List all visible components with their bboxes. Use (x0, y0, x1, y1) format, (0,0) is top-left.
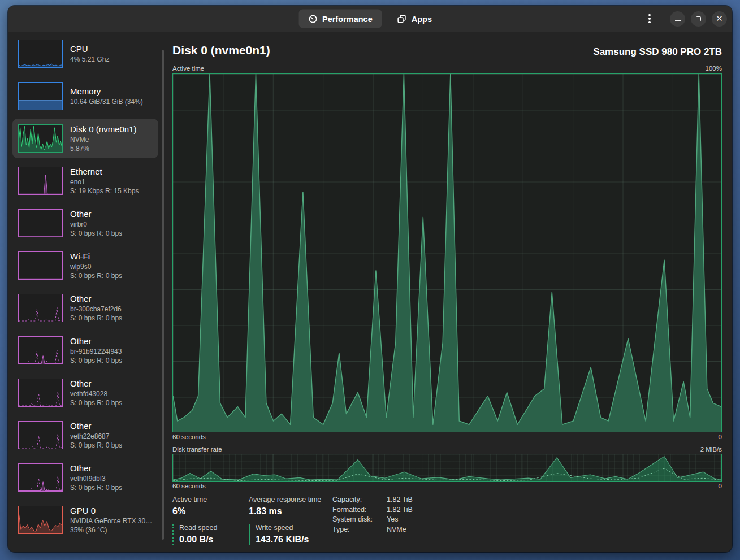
wifi-mini-chart (18, 251, 63, 280)
write-speed-card: Write speed 143.76 KiB/s (249, 524, 321, 545)
active-time-stat-label: Active time (172, 496, 217, 504)
other-virbr0-mini-chart (18, 209, 63, 237)
read-speed-value: 0.00 B/s (179, 534, 217, 545)
memory-mini-chart (18, 82, 63, 110)
disk-model-label: Samsung SSD 980 PRO 2TB (593, 46, 722, 58)
close-button[interactable]: ✕ (712, 11, 727, 27)
sidebar: CPU4% 5.21 GhzMemory10.64 GiB/31 GiB (34… (8, 32, 165, 552)
sidebar-item-text: Otherbr-300cba7ef2d6S: 0 bps R: 0 bps (70, 293, 122, 323)
sidebar-item-title: CPU (70, 44, 109, 55)
sidebar-item-ethernet[interactable]: Etherneteno1S: 19 Kbps R: 15 Kbps (12, 161, 158, 201)
other-br-300cba7ef2d6-mini-chart (18, 294, 63, 322)
active-time-chart (172, 73, 722, 432)
sidebar-item-subtitle: veth22e8687 (70, 432, 122, 441)
detail-label: Formatted: (332, 506, 378, 514)
sidebar-item-subtitle: 4% 5.21 Ghz (70, 55, 109, 64)
sidebar-item-other-veth0f9dbf3[interactable]: Otherveth0f9dbf3S: 0 bps R: 0 bps (12, 458, 158, 497)
sidebar-item-text: Wi-Fiwlp9s0S: 0 bps R: 0 bps (70, 251, 122, 281)
page-title: Disk 0 (nvme0n1) (172, 44, 270, 57)
sidebar-item-text: Otherveth22e8687S: 0 bps R: 0 bps (70, 420, 122, 450)
sidebar-item-subtitle: S: 0 bps R: 0 bps (70, 441, 122, 450)
active-time-chart-label: Active time (172, 65, 204, 72)
avg-response-label: Average response time (249, 496, 321, 504)
sidebar-item-title: Wi-Fi (70, 251, 122, 262)
sidebar-item-title: Memory (70, 86, 143, 97)
other-veth0f9dbf3-mini-chart (18, 463, 63, 492)
detail-value: NVMe (387, 526, 413, 533)
sidebar-item-memory[interactable]: Memory10.64 GiB/31 GiB (34%) (12, 76, 158, 116)
read-speed-card: Read speed 0.00 B/s (172, 524, 217, 545)
transfer-rate-x-right: 0 (719, 483, 722, 489)
transfer-rate-max-label: 2 MiB/s (700, 446, 722, 453)
tab-apps[interactable]: Apps (388, 10, 442, 28)
sidebar-item-title: Other (70, 378, 122, 389)
sidebar-scrollbar[interactable] (162, 50, 164, 540)
sidebar-item-subtitle: eno1 (70, 177, 139, 187)
detail-label: Type: (332, 526, 378, 533)
detail-value: 1.82 TiB (387, 496, 413, 503)
main-panel: Disk 0 (nvme0n1) Samsung SSD 980 PRO 2TB… (165, 32, 732, 552)
sidebar-item-other-veth22e8687[interactable]: Otherveth22e8687S: 0 bps R: 0 bps (12, 415, 158, 455)
transfer-rate-chart-label: Disk transfer rate (172, 446, 222, 453)
sidebar-item-subtitle: S: 0 bps R: 0 bps (70, 229, 122, 238)
sidebar-item-subtitle: br-300cba7ef2d6 (70, 305, 122, 314)
titlebar: Performance Apps ✕ (8, 6, 732, 32)
sidebar-item-subtitle: 35% (36 °C) (70, 526, 152, 535)
sidebar-item-subtitle: NVMe (70, 135, 137, 145)
apps-icon (397, 14, 406, 23)
minimize-button[interactable] (670, 11, 685, 27)
sidebar-item-subtitle: br-91b91224f943 (70, 347, 122, 357)
sidebar-item-title: Disk 0 (nvme0n1) (70, 124, 137, 135)
sidebar-item-text: Othervirbr0S: 0 bps R: 0 bps (70, 209, 122, 238)
sidebar-item-disk0[interactable]: Disk 0 (nvme0n1)NVMe5.87% (12, 119, 158, 158)
sidebar-item-wifi[interactable]: Wi-Fiwlp9s0S: 0 bps R: 0 bps (12, 246, 158, 285)
sidebar-item-text: GPU 0NVIDIA GeForce RTX 30…35% (36 °C) (70, 505, 152, 535)
sidebar-item-subtitle: S: 0 bps R: 0 bps (70, 356, 122, 366)
sidebar-item-other-br-91b91224f943[interactable]: Otherbr-91b91224f943S: 0 bps R: 0 bps (12, 331, 158, 370)
sidebar-item-text: Etherneteno1S: 19 Kbps R: 15 Kbps (70, 166, 139, 196)
stats-panel: Active time 6% Read speed 0.00 B/s Avera… (172, 496, 722, 549)
sidebar-item-subtitle: virbr0 (70, 220, 122, 229)
sidebar-item-text: Disk 0 (nvme0n1)NVMe5.87% (70, 124, 137, 154)
sidebar-item-subtitle: wlp9s0 (70, 262, 122, 272)
sidebar-item-cpu[interactable]: CPU4% 5.21 Ghz (12, 34, 158, 73)
sidebar-item-subtitle: 5.87% (70, 144, 137, 154)
tab-performance[interactable]: Performance (298, 10, 382, 28)
sidebar-item-other-br-300cba7ef2d6[interactable]: Otherbr-300cba7ef2d6S: 0 bps R: 0 bps (12, 288, 158, 328)
detail-label: Capacity: (332, 496, 378, 503)
other-br-91b91224f943-mini-chart (18, 336, 63, 364)
view-switcher: Performance Apps (298, 10, 442, 28)
maximize-button[interactable] (691, 11, 706, 27)
write-speed-value: 143.76 KiB/s (256, 534, 321, 545)
sidebar-item-text: Otherbr-91b91224f943S: 0 bps R: 0 bps (70, 336, 122, 366)
tab-performance-label: Performance (322, 14, 373, 23)
active-time-x-right: 0 (719, 433, 722, 440)
active-time-stat-value: 6% (172, 506, 217, 517)
sidebar-item-subtitle: S: 0 bps R: 0 bps (70, 314, 122, 323)
sidebar-item-other-vethfd43028[interactable]: Othervethfd43028S: 0 bps R: 0 bps (12, 373, 158, 413)
sidebar-item-title: Other (70, 209, 122, 220)
avg-response-value: 1.83 ms (249, 506, 321, 517)
menu-button[interactable] (641, 10, 658, 27)
close-icon: ✕ (716, 14, 723, 23)
transfer-rate-x-left: 60 seconds (172, 483, 206, 489)
tab-apps-label: Apps (412, 14, 432, 23)
sidebar-item-other-virbr0[interactable]: Othervirbr0S: 0 bps R: 0 bps (12, 203, 158, 243)
sidebar-item-title: Other (70, 336, 122, 347)
sidebar-item-subtitle: NVIDIA GeForce RTX 30… (70, 516, 152, 526)
app-window: Performance Apps ✕ CPU4% 5.21 GhzMemory1… (8, 6, 732, 552)
disk0-mini-chart (18, 124, 63, 153)
detail-value: 1.82 TiB (387, 506, 413, 514)
maximize-icon (696, 16, 701, 21)
minimize-icon (675, 20, 681, 21)
sidebar-item-subtitle: 10.64 GiB/31 GiB (34%) (70, 97, 143, 107)
sidebar-item-title: Other (70, 293, 122, 305)
ethernet-mini-chart (18, 167, 63, 195)
sidebar-item-gpu0[interactable]: GPU 0NVIDIA GeForce RTX 30…35% (36 °C) (12, 500, 158, 540)
sidebar-item-title: GPU 0 (70, 505, 152, 516)
active-time-x-left: 60 seconds (172, 433, 206, 440)
stat-active-time: Active time 6% Read speed 0.00 B/s (172, 496, 217, 545)
window-controls: ✕ (641, 10, 727, 27)
sidebar-item-text: CPU4% 5.21 Ghz (70, 44, 109, 64)
sidebar-item-subtitle: S: 0 bps R: 0 bps (70, 483, 122, 493)
